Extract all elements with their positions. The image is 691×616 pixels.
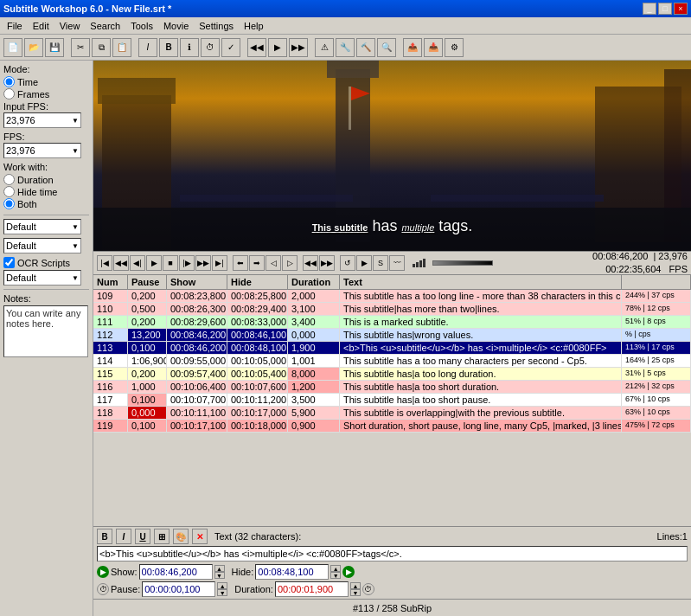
pause-time-input[interactable] bbox=[142, 581, 215, 597]
hide-time-radio[interactable] bbox=[3, 186, 15, 197]
prev-button[interactable]: ◀◀ bbox=[247, 38, 266, 57]
hide-spin-down[interactable]: ▼ bbox=[330, 572, 341, 579]
bold-edit-button[interactable]: B bbox=[97, 529, 112, 544]
show-time-input[interactable] bbox=[139, 564, 213, 580]
encoding-combo[interactable]: Default ▼ bbox=[3, 219, 81, 234]
format-combo[interactable]: Default ▼ bbox=[3, 238, 81, 253]
info-toolbar-button[interactable]: ℹ bbox=[180, 38, 199, 57]
import-button[interactable]: 📥 bbox=[424, 38, 443, 57]
volume-slider[interactable] bbox=[432, 260, 493, 266]
zoom-button[interactable]: 🔍 bbox=[377, 38, 396, 57]
time-radio[interactable] bbox=[3, 76, 15, 87]
waveform-button[interactable]: 〰 bbox=[389, 255, 405, 271]
settings-button[interactable]: ⚙ bbox=[445, 38, 464, 57]
set-out-button[interactable]: ➡ bbox=[249, 255, 265, 271]
duration-spin-up[interactable]: ▲ bbox=[350, 582, 361, 589]
next-frame-button[interactable]: |▶ bbox=[179, 255, 195, 271]
table-row[interactable]: 115 0,200 00:09:57,400 00:10:05,400 8,00… bbox=[93, 368, 691, 381]
hide-time-input[interactable] bbox=[255, 564, 329, 580]
show-play-button[interactable]: ▶ bbox=[97, 566, 109, 578]
text-edit-field[interactable]: <b>This <u>subtitle</u></b> has <i>multi… bbox=[97, 546, 688, 561]
new-button[interactable]: 📄 bbox=[3, 38, 22, 57]
rewind-button[interactable]: ◀◀ bbox=[113, 255, 129, 271]
play-pause-button[interactable]: ▶ bbox=[146, 255, 162, 271]
duration-label: Duration: bbox=[234, 584, 273, 594]
window-controls[interactable]: _ □ × bbox=[643, 3, 688, 15]
minimize-button[interactable]: _ bbox=[643, 3, 656, 15]
table-row[interactable]: 116 1,000 00:10:06,400 00:10:07,600 1,20… bbox=[93, 381, 691, 394]
underline-edit-button[interactable]: U bbox=[135, 529, 150, 544]
play-button[interactable]: ▶ bbox=[268, 38, 287, 57]
next-button[interactable]: ▶▶ bbox=[289, 38, 308, 57]
duration-clock-button[interactable]: ⏱ bbox=[362, 583, 374, 595]
time-toolbar-button[interactable]: ⏱ bbox=[201, 38, 220, 57]
table-row[interactable]: 109 0,200 00:08:23,800 00:08:25,800 2,00… bbox=[93, 290, 691, 303]
menu-tools[interactable]: Tools bbox=[125, 19, 158, 33]
duration-time-input[interactable] bbox=[275, 581, 349, 597]
pause-spin-down[interactable]: ▼ bbox=[217, 589, 227, 596]
table-edit-button[interactable]: ⊞ bbox=[154, 529, 170, 544]
fps-combo[interactable]: 23,976 ▼ bbox=[3, 143, 81, 158]
tool1-button[interactable]: 🔧 bbox=[336, 38, 355, 57]
table-row[interactable]: 119 0,100 00:10:17,100 00:10:18,000 0,90… bbox=[93, 420, 691, 433]
check-toolbar-button[interactable]: ✓ bbox=[221, 38, 240, 57]
show-spin-up[interactable]: ▲ bbox=[214, 565, 225, 572]
table-row[interactable]: 112 13,200 00:08:46,200 00:08:46,100 0,0… bbox=[93, 329, 691, 342]
hide-spin-up[interactable]: ▲ bbox=[330, 565, 341, 572]
duration-radio[interactable] bbox=[3, 174, 15, 185]
duration-spin-down[interactable]: ▼ bbox=[350, 589, 361, 596]
copy-button[interactable]: ⧉ bbox=[92, 38, 111, 57]
warning-button[interactable]: ⚠ bbox=[315, 38, 334, 57]
table-row[interactable]: 111 0,200 00:08:29,600 00:08:33,000 3,40… bbox=[93, 316, 691, 329]
fast-forward-end-button[interactable]: ▶| bbox=[212, 255, 227, 271]
set-end-button[interactable]: ▷ bbox=[282, 255, 298, 271]
open-button[interactable]: 📂 bbox=[24, 38, 43, 57]
set-start-button[interactable]: ◁ bbox=[266, 255, 281, 271]
frames-radio[interactable] bbox=[3, 88, 15, 99]
close-button[interactable]: × bbox=[674, 3, 688, 15]
sub-next-button[interactable]: ▶▶ bbox=[319, 255, 335, 271]
maximize-button[interactable]: □ bbox=[658, 3, 672, 15]
set-in-button[interactable]: ⬅ bbox=[233, 255, 248, 271]
table-row[interactable]: 113 0,100 00:08:46,200 00:08:48,100 1,90… bbox=[93, 342, 691, 355]
sub-mode-button[interactable]: S bbox=[373, 255, 388, 271]
clear-edit-button[interactable]: ✕ bbox=[192, 529, 208, 544]
cell-cps: % | cps bbox=[622, 329, 691, 341]
cut-button[interactable]: ✂ bbox=[71, 38, 90, 57]
italic-edit-button[interactable]: I bbox=[116, 529, 131, 544]
both-radio[interactable] bbox=[3, 198, 15, 209]
pause-spin-up[interactable]: ▲ bbox=[217, 582, 227, 589]
ocr-combo[interactable]: Default ▼ bbox=[3, 270, 81, 286]
prev-frame-button[interactable]: ◀| bbox=[130, 255, 145, 271]
show-spin-down[interactable]: ▼ bbox=[214, 572, 225, 579]
menu-file[interactable]: File bbox=[2, 19, 28, 33]
paste-button[interactable]: 📋 bbox=[112, 38, 131, 57]
play-sub-button[interactable]: ▶ bbox=[356, 255, 372, 271]
menu-search[interactable]: Search bbox=[85, 19, 125, 33]
color-edit-button[interactable]: 🎨 bbox=[173, 529, 189, 544]
ocr-scripts-check[interactable] bbox=[3, 257, 15, 268]
loop-button[interactable]: ↺ bbox=[340, 255, 355, 271]
hide-play-button[interactable]: ▶ bbox=[342, 566, 355, 578]
tool2-button[interactable]: 🔨 bbox=[356, 38, 375, 57]
table-row[interactable]: 114 1:06,900 00:09:55,000 00:10:05,000 1… bbox=[93, 355, 691, 368]
input-fps-combo[interactable]: 23,976 ▼ bbox=[3, 112, 81, 128]
menu-help[interactable]: Help bbox=[239, 19, 269, 33]
rewind-start-button[interactable]: |◀ bbox=[97, 255, 112, 271]
table-row[interactable]: 110 0,500 00:08:26,300 00:08:29,400 3,10… bbox=[93, 303, 691, 316]
menu-view[interactable]: View bbox=[54, 19, 86, 33]
menu-settings[interactable]: Settings bbox=[194, 19, 239, 33]
table-row[interactable]: 117 0,100 00:10:07,700 00:10:11,200 3,50… bbox=[93, 394, 691, 407]
stop-button[interactable]: ■ bbox=[163, 255, 178, 271]
pause-clock-button[interactable]: ⏱ bbox=[97, 583, 109, 595]
export-button[interactable]: 📤 bbox=[403, 38, 422, 57]
bold-toolbar-button[interactable]: B bbox=[159, 38, 178, 57]
fast-forward-button[interactable]: ▶▶ bbox=[195, 255, 211, 271]
menu-movie[interactable]: Movie bbox=[158, 19, 194, 33]
menu-edit[interactable]: Edit bbox=[28, 19, 54, 33]
sub-prev-button[interactable]: ◀◀ bbox=[303, 255, 318, 271]
notes-textarea[interactable]: You can write any notes here. bbox=[3, 305, 88, 357]
table-row[interactable]: 118 0,000 00:10:11,100 00:10:17,000 5,90… bbox=[93, 407, 691, 420]
italic-toolbar-button[interactable]: I bbox=[138, 38, 157, 57]
save-button[interactable]: 💾 bbox=[45, 38, 64, 57]
